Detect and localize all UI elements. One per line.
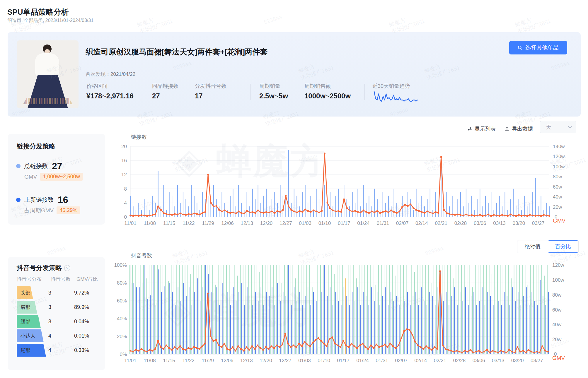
watermark-text: 蝉魔方市场推广2851 — [136, 11, 173, 35]
svg-text:12/20: 12/20 — [260, 220, 273, 226]
svg-text:11/08: 11/08 — [144, 358, 156, 363]
table-row: 腰部 3 0.04% — [17, 315, 99, 328]
watermark-text: 8238aa — [46, 245, 66, 257]
svg-text:01/31: 01/31 — [377, 220, 389, 226]
granularity-dropdown[interactable]: 天 — [540, 121, 576, 133]
link-strategy-panel: 链接分发策略 总链接数 27 GMV 1,000w~2,500w 上新链接数 1… — [8, 134, 105, 225]
show-list-button[interactable]: 显示列表 — [467, 125, 496, 132]
gmv-badge: 1,000w~2,500w — [40, 173, 83, 181]
douyin-panel-header: 抖音号分发策略 ? — [17, 264, 70, 272]
svg-text:12/06: 12/06 — [221, 358, 234, 363]
svg-text:80%: 80% — [117, 280, 127, 286]
svg-text:4: 4 — [124, 200, 127, 206]
svg-text:80w: 80w — [553, 174, 562, 179]
spu-analysis-page: ◈ 蝉魔方 ◈ 蝉魔方 SPU单品策略分析 织造司, 全部品类, 2023/11… — [0, 0, 588, 378]
svg-text:20%: 20% — [117, 334, 127, 339]
stat-douyin-count: 分发抖音号数 17 — [195, 83, 226, 100]
svg-text:20: 20 — [121, 144, 127, 149]
svg-text:40w: 40w — [552, 322, 562, 327]
legend-dot — [16, 164, 21, 168]
douyin-strategy-panel: 抖音号分发策略 ? 抖音号分布 抖音号数 GMV占比 头部 3 9.72% 肩部… — [8, 257, 105, 370]
first-seen-label: 首次发现： — [86, 71, 110, 77]
svg-text:02/14: 02/14 — [415, 358, 427, 363]
svg-text:16: 16 — [121, 158, 127, 163]
select-other-product-button[interactable]: 选择其他单品 — [509, 41, 567, 54]
svg-text:100%: 100% — [114, 262, 127, 268]
svg-text:01/24: 01/24 — [356, 358, 369, 363]
svg-text:02/07: 02/07 — [395, 358, 408, 363]
svg-text:120w: 120w — [552, 262, 564, 268]
funnel-table: 头部 3 9.72% 肩部 3 89.9% 腰部 3 0.04% 小达人 4 0… — [17, 286, 99, 357]
svg-text:12/27: 12/27 — [279, 358, 292, 363]
svg-text:02/07: 02/07 — [396, 220, 409, 226]
svg-text:60w: 60w — [552, 307, 562, 313]
divider — [364, 84, 365, 100]
svg-text:11/29: 11/29 — [202, 358, 214, 363]
gmv-share-badge: 45.29% — [57, 206, 80, 214]
divider — [250, 84, 251, 100]
links-chart[interactable]: 04812162020w40w60w80w100w120w140w0GMV链接数… — [113, 133, 584, 231]
breadcrumb: 织造司, 全部品类, 2023/11/01-2024/03/31 — [7, 18, 93, 24]
watermark-text: 8238aa — [263, 13, 283, 26]
funnel-segment: 腰部 — [17, 315, 41, 328]
sales-trend-sparkline — [372, 90, 419, 104]
svg-text:01/10: 01/10 — [318, 358, 330, 363]
stat-link-count: 同品链接数 27 — [152, 83, 178, 100]
svg-text:01/03: 01/03 — [298, 358, 311, 363]
svg-text:11/01: 11/01 — [124, 358, 136, 363]
svg-text:40%: 40% — [117, 316, 127, 321]
svg-text:01/24: 01/24 — [357, 220, 370, 226]
svg-text:11/01: 11/01 — [124, 220, 136, 226]
svg-text:12/06: 12/06 — [221, 220, 234, 226]
svg-text:02/28: 02/28 — [454, 220, 467, 226]
svg-text:11/22: 11/22 — [183, 220, 195, 226]
swap-list-icon — [467, 126, 472, 131]
svg-text:01/03: 01/03 — [299, 220, 311, 226]
svg-text:12: 12 — [121, 172, 127, 177]
product-image[interactable] — [17, 40, 79, 108]
svg-text:80w: 80w — [552, 292, 562, 298]
svg-text:40w: 40w — [553, 194, 562, 200]
svg-text:03/27: 03/27 — [532, 220, 545, 226]
svg-text:12/27: 12/27 — [279, 220, 292, 226]
svg-text:链接数: 链接数 — [131, 134, 147, 140]
svg-text:100w: 100w — [553, 164, 565, 170]
table-header: 抖音号分布 抖音号数 GMV占比 — [17, 276, 99, 283]
granularity-value: 天 — [546, 124, 551, 131]
svg-text:60%: 60% — [117, 298, 127, 304]
svg-text:GMV: GMV — [552, 355, 565, 361]
first-seen: 首次发现：2021/04/22 — [86, 71, 135, 78]
svg-text:0%: 0% — [120, 352, 127, 357]
legend-dot — [16, 198, 21, 202]
svg-text:11/22: 11/22 — [183, 358, 195, 363]
total-links-gmv: GMV 1,000w~2,500w — [24, 173, 83, 181]
product-title: 织造司原创汉服马面裙[舞法天女]两件套+[花涧]两件套 — [86, 47, 268, 57]
stat-period-sales: 周期销量 2.5w~5w — [259, 83, 288, 100]
douyin-accounts-chart[interactable]: 0%20%40%60%80%100%20w40w60w80w100w120w0G… — [113, 250, 584, 373]
new-links-item: 上新链接数 16 — [16, 194, 68, 205]
svg-text:GMV: GMV — [553, 218, 566, 224]
total-links-item: 总链接数 27 — [16, 161, 62, 172]
help-icon[interactable]: ? — [64, 265, 70, 271]
watermark-text: 蝉魔方市场推广2851 — [388, 11, 425, 35]
funnel-segment: 尾部 — [17, 344, 46, 357]
export-data-button[interactable]: 导出数据 — [505, 125, 533, 132]
funnel-segment: 头部 — [17, 286, 33, 299]
svg-text:02/28: 02/28 — [453, 358, 466, 363]
svg-text:01/17: 01/17 — [338, 220, 350, 226]
table-row: 小达人 4 0.01% — [17, 329, 99, 342]
show-list-label: 显示列表 — [475, 125, 496, 132]
svg-text:02/21: 02/21 — [434, 358, 446, 363]
svg-text:03/20: 03/20 — [511, 358, 524, 363]
search-icon — [518, 45, 523, 50]
svg-text:20w: 20w — [552, 337, 562, 342]
svg-text:01/31: 01/31 — [376, 358, 388, 363]
svg-text:01/10: 01/10 — [318, 220, 331, 226]
stat-trend: 近30天销量趋势 — [372, 83, 419, 105]
stat-price-range: 价格区间 ¥178~2,971.16 — [86, 83, 134, 100]
svg-text:12/13: 12/13 — [240, 358, 253, 363]
chevron-down-icon — [568, 126, 572, 129]
first-seen-value: 2021/04/22 — [110, 71, 135, 77]
table-row: 尾部 4 0.33% — [17, 344, 99, 357]
svg-text:03/13: 03/13 — [493, 220, 506, 226]
